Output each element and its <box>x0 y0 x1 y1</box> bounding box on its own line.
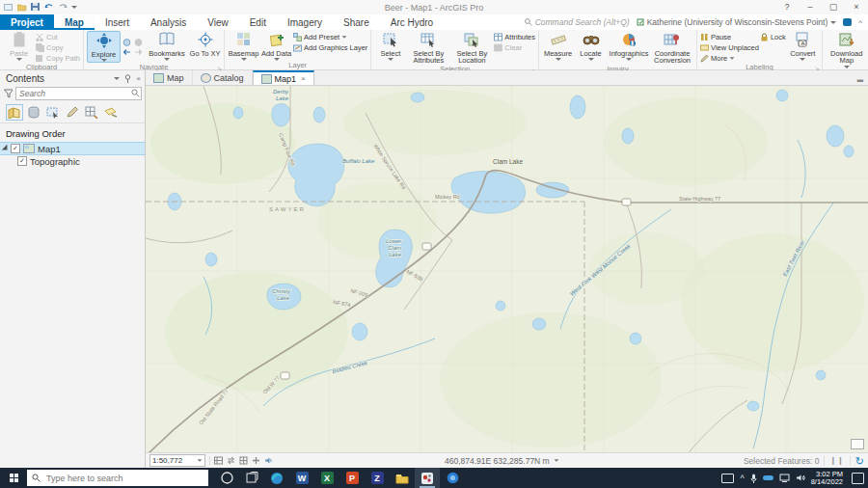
excel-icon[interactable]: X <box>314 468 339 488</box>
expand-collapse-icon[interactable] <box>2 145 10 152</box>
add-data-button[interactable]: Add Data <box>260 31 292 61</box>
notifications-icon[interactable] <box>843 18 852 26</box>
map-scale-combo[interactable]: 1:50,772 <box>149 454 205 467</box>
tab-map[interactable]: Map <box>54 14 95 30</box>
layer-checkbox[interactable]: ✓ <box>11 144 20 153</box>
tab-strip-overflow-icon[interactable]: ▂ <box>853 70 868 85</box>
coordinate-readout[interactable]: 460,874.91E 632,285.77N m <box>445 456 559 466</box>
contents-search-input[interactable] <box>15 87 142 100</box>
refresh-map-icon[interactable]: ↻ <box>855 456 864 466</box>
tab-share[interactable]: Share <box>333 14 380 30</box>
help-button[interactable]: ? <box>775 0 799 14</box>
network-icon[interactable] <box>779 474 790 482</box>
selected-features-readout[interactable]: Selected Features: 0 <box>744 456 819 466</box>
arcgis-pro-icon[interactable] <box>415 468 440 488</box>
tab-analysis[interactable]: Analysis <box>140 14 197 30</box>
tab-insert[interactable]: Insert <box>95 14 140 30</box>
microphone-icon[interactable] <box>750 474 757 483</box>
zoom-icon[interactable]: Z <box>365 468 390 488</box>
customize-toolbar-caret[interactable] <box>71 6 77 9</box>
task-view-button[interactable] <box>239 468 264 488</box>
taskbar-search[interactable] <box>27 470 208 486</box>
list-by-snapping-icon[interactable] <box>85 106 98 119</box>
copy-button[interactable]: Copy <box>36 43 80 52</box>
copy-path-button[interactable]: Copy Path <box>36 54 80 63</box>
list-by-drawing-order-icon[interactable] <box>8 106 21 119</box>
close-tab-icon[interactable]: × <box>301 74 306 83</box>
tab-edit[interactable]: Edit <box>239 14 277 30</box>
pane-menu-caret-icon[interactable] <box>114 77 120 80</box>
grid-snapping-icon[interactable] <box>239 456 248 465</box>
tab-view[interactable]: View <box>197 14 239 30</box>
maximize-button[interactable]: ▢ <box>822 0 845 14</box>
redo-icon[interactable] <box>58 3 68 12</box>
powerpoint-icon[interactable]: P <box>339 468 365 488</box>
tab-project[interactable]: Project <box>0 14 54 30</box>
full-extent-icon[interactable] <box>122 33 131 41</box>
close-pane-icon[interactable]: × <box>136 74 141 83</box>
convert-labels-button[interactable]: A Convert <box>787 31 819 61</box>
list-by-selection-icon[interactable] <box>46 106 60 119</box>
minimize-button[interactable]: – <box>799 0 822 14</box>
pause-drawing-icon[interactable]: ❙❙ <box>829 456 844 465</box>
select-by-attributes-button[interactable]: Select By Attributes <box>407 31 449 65</box>
select-by-location-button[interactable]: Select By Location <box>450 31 493 65</box>
infographics-button[interactable]: i Infographics <box>608 31 650 61</box>
view-tab-catalog[interactable]: Catalog <box>193 70 253 85</box>
bookmarks-button[interactable]: Bookmarks <box>146 31 188 61</box>
list-by-labeling-icon[interactable] <box>104 106 118 119</box>
next-extent-icon[interactable] <box>134 42 143 50</box>
layout-grid-icon[interactable] <box>214 456 223 465</box>
tab-arc-hydro[interactable]: Arc Hydro <box>380 14 444 30</box>
attributes-button[interactable]: Attributes <box>494 33 535 41</box>
add-preset-button[interactable]: Add Preset <box>293 33 367 41</box>
project-icon[interactable] <box>4 3 14 12</box>
go-to-xy-button[interactable]: Go To XY <box>189 31 221 57</box>
filter-icon[interactable] <box>4 89 13 98</box>
taskbar-clock[interactable]: 3:02 PM 8/14/2022 <box>811 471 843 486</box>
coordinate-conversion-button[interactable]: Coordinate Conversion <box>651 31 693 65</box>
clear-button[interactable]: Clear <box>494 43 535 52</box>
show-hidden-icons-chevron[interactable]: ^ <box>740 474 744 483</box>
close-button[interactable]: × <box>845 0 868 14</box>
open-project-icon[interactable] <box>17 3 27 12</box>
measure-button[interactable]: Measure <box>542 31 574 61</box>
command-search[interactable]: Command Search (Alt+Q) <box>525 17 630 27</box>
add-graphics-layer-button[interactable]: Add Graphics Layer <box>293 43 367 52</box>
swap-extent-icon[interactable] <box>227 456 235 465</box>
speaker-icon[interactable] <box>264 456 273 465</box>
overview-map-button[interactable] <box>851 439 864 449</box>
fixed-zoom-icon[interactable] <box>134 33 143 41</box>
paste-button[interactable]: Paste <box>3 31 35 61</box>
undo-icon[interactable] <box>44 3 54 12</box>
locate-button[interactable]: Locate <box>575 31 607 61</box>
view-tab-map1[interactable]: Map1 × <box>253 70 314 85</box>
volume-icon[interactable] <box>796 474 805 482</box>
select-button[interactable]: Select <box>374 31 406 61</box>
save-icon[interactable] <box>31 3 41 12</box>
file-explorer-icon[interactable] <box>390 468 415 488</box>
lock-labels-button[interactable]: Lock <box>760 33 786 41</box>
list-by-source-icon[interactable] <box>27 106 41 119</box>
layer-checkbox[interactable]: ✓ <box>17 156 27 166</box>
layer-row-topographic[interactable]: ✓ Topographic <box>0 155 145 167</box>
cortana-button[interactable] <box>214 468 239 488</box>
word-icon[interactable]: W <box>289 468 314 488</box>
basemap-button[interactable]: Basemap <box>228 31 259 61</box>
edge-icon[interactable] <box>264 468 289 488</box>
tab-imagery[interactable]: Imagery <box>277 14 333 30</box>
start-button[interactable] <box>0 468 27 488</box>
taskbar-search-input[interactable] <box>44 473 203 484</box>
account-menu[interactable]: Katherine (University of Wisconsin-Steve… <box>637 17 837 27</box>
pause-labeling-button[interactable]: Pause <box>700 33 759 41</box>
action-center-icon[interactable] <box>852 473 864 484</box>
zoom-in-icon[interactable] <box>252 456 260 465</box>
collapse-ribbon-button[interactable]: ^ <box>858 18 862 27</box>
touch-keyboard-icon[interactable] <box>721 474 734 483</box>
help-viewer-icon[interactable] <box>440 468 465 488</box>
layer-row-map1[interactable]: ✓ Map1 <box>0 142 145 155</box>
view-unplaced-button[interactable]: View Unplaced <box>700 43 759 52</box>
download-map-button[interactable]: Download Map <box>826 31 868 68</box>
list-by-editing-icon[interactable] <box>66 106 79 119</box>
more-labeling-button[interactable]: More <box>700 54 759 63</box>
